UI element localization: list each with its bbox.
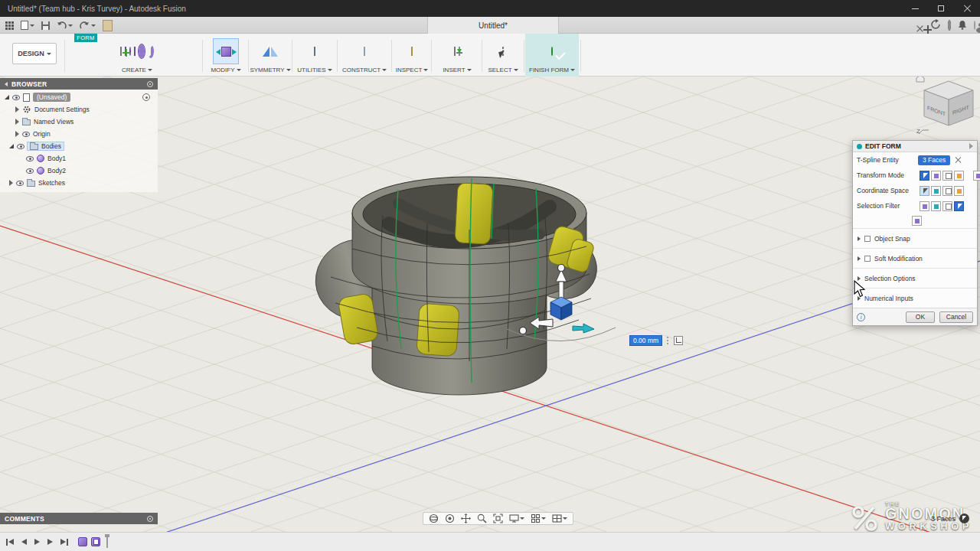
timeline-playhead[interactable]: [106, 536, 108, 548]
visibility-eye-icon[interactable]: [12, 95, 20, 100]
expand-closed-icon[interactable]: [9, 180, 13, 186]
construct-plane-button[interactable]: [364, 47, 365, 55]
orbit-button[interactable]: [426, 513, 442, 524]
browser-item-bodies[interactable]: Bodies: [0, 140, 158, 152]
edit-form-button[interactable]: [213, 38, 239, 64]
visibility-eye-icon[interactable]: [17, 144, 24, 149]
filter-face-icon[interactable]: [942, 201, 952, 211]
maximize-button[interactable]: [928, 0, 954, 17]
select-button[interactable]: [502, 47, 504, 55]
expand-closed-icon[interactable]: [15, 119, 19, 125]
comments-header[interactable]: COMMENTS: [0, 513, 158, 524]
go-to-start-button[interactable]: [6, 539, 14, 546]
timeline-marker-form[interactable]: [78, 537, 87, 546]
expand-open-icon[interactable]: [5, 95, 9, 99]
sync-status-button[interactable]: [930, 19, 941, 31]
browser-item-body2[interactable]: Body2: [0, 165, 158, 177]
activate-target-icon[interactable]: [142, 93, 150, 101]
select-menu[interactable]: SELECT: [484, 67, 522, 73]
scale-handle-top[interactable]: [558, 265, 565, 272]
visibility-eye-icon[interactable]: [26, 156, 34, 161]
visibility-eye-icon[interactable]: [26, 168, 34, 174]
panel-options-icon[interactable]: [147, 516, 153, 522]
filter-vertex-icon[interactable]: [920, 201, 929, 211]
utilities-menu[interactable]: UTILITIES: [294, 67, 335, 73]
filter-body-icon[interactable]: [954, 201, 964, 211]
browser-item-document-settings[interactable]: Document Settings: [0, 103, 158, 116]
browser-item-origin[interactable]: Origin: [0, 128, 158, 140]
info-icon[interactable]: [857, 313, 865, 321]
object-snap-section[interactable]: Object Snap: [853, 228, 977, 248]
browser-item-sketches[interactable]: Sketches: [0, 177, 158, 189]
file-menu-button[interactable]: [18, 18, 37, 33]
clear-selection-icon[interactable]: [955, 157, 961, 163]
go-to-end-button[interactable]: [60, 539, 68, 546]
timeline-marker-feature[interactable]: [91, 537, 100, 546]
pipe-primitive-button[interactable]: [148, 47, 154, 55]
selection-options-section[interactable]: Selection Options: [853, 268, 977, 288]
minimize-button[interactable]: [902, 0, 928, 17]
fit-button[interactable]: [490, 513, 506, 524]
soft-modification-checkbox[interactable]: [864, 256, 871, 262]
viewports-button[interactable]: [549, 513, 570, 524]
redo-button[interactable]: [77, 18, 98, 33]
space-world-icon[interactable]: [920, 186, 929, 196]
measure-button[interactable]: [411, 47, 413, 55]
transform-multi-icon[interactable]: [954, 171, 964, 181]
construct-menu[interactable]: CONSTRUCT: [339, 67, 390, 73]
space-selection-icon[interactable]: [954, 186, 964, 196]
dialog-header[interactable]: EDIT FORM: [853, 141, 977, 152]
transform-extra-icon[interactable]: [973, 171, 980, 181]
selection-tool-icon[interactable]: [959, 514, 969, 523]
step-back-button[interactable]: [21, 539, 27, 545]
transform-translate-icon[interactable]: [920, 171, 929, 181]
workspace-selector[interactable]: DESIGN: [12, 43, 57, 64]
torus-primitive-button[interactable]: [139, 47, 145, 55]
view-cube[interactable]: FRONT RIGHT Z: [913, 75, 979, 138]
transform-scale-icon[interactable]: [942, 171, 952, 181]
insert-menu[interactable]: INSERT: [433, 67, 481, 73]
close-button[interactable]: [954, 0, 980, 17]
filter-edge-icon[interactable]: [931, 201, 941, 211]
panel-options-icon[interactable]: [147, 81, 153, 87]
visibility-eye-icon[interactable]: [16, 181, 24, 186]
mirror-symmetry-button[interactable]: [263, 47, 278, 57]
expand-closed-icon[interactable]: [15, 131, 19, 137]
expand-closed-icon[interactable]: [858, 236, 861, 241]
scale-handle-side[interactable]: [520, 328, 527, 334]
drag-handle-icon[interactable]: [667, 337, 669, 345]
insert-mesh-button[interactable]: [454, 47, 456, 55]
numerical-inputs-section[interactable]: Numerical Inputs: [853, 288, 977, 308]
space-view-icon[interactable]: [942, 186, 952, 196]
grid-snap-button[interactable]: [528, 513, 549, 524]
play-button[interactable]: [34, 539, 40, 545]
finish-form-button[interactable]: [551, 47, 553, 55]
utilities-button[interactable]: [314, 47, 315, 55]
sphere-primitive-button[interactable]: [129, 47, 131, 55]
browser-item-named-views[interactable]: Named Views: [0, 116, 158, 128]
dialog-flyout-icon[interactable]: [969, 143, 973, 149]
quadball-primitive-button[interactable]: [134, 47, 136, 55]
cancel-button[interactable]: Cancel: [939, 311, 973, 323]
dimension-input[interactable]: 0.00 mm: [629, 335, 662, 346]
axis-toggle-icon[interactable]: [674, 336, 683, 345]
inspect-menu[interactable]: INSPECT: [394, 67, 430, 73]
undo-button[interactable]: [54, 18, 75, 33]
expand-open-icon[interactable]: [9, 144, 14, 148]
zoom-button[interactable]: [474, 513, 490, 524]
display-settings-button[interactable]: [506, 513, 528, 524]
finish-form-menu[interactable]: FINISH FORM: [525, 67, 579, 73]
filter-all-icon[interactable]: [912, 216, 922, 226]
create-menu[interactable]: CREATE: [73, 67, 201, 73]
transform-rotate-icon[interactable]: [931, 171, 941, 181]
document-tab[interactable]: Untitled*: [427, 17, 559, 34]
entity-selection-badge[interactable]: 3 Faces: [918, 155, 950, 165]
browser-item-body1[interactable]: Body1: [0, 152, 158, 165]
look-at-button[interactable]: [442, 513, 458, 524]
collapse-panel-icon[interactable]: [5, 82, 8, 86]
recent-doc-button[interactable]: [100, 18, 115, 33]
expand-closed-icon[interactable]: [858, 256, 861, 261]
save-button[interactable]: [39, 18, 52, 33]
visibility-eye-icon[interactable]: [22, 132, 30, 137]
notifications-button[interactable]: [958, 20, 967, 31]
